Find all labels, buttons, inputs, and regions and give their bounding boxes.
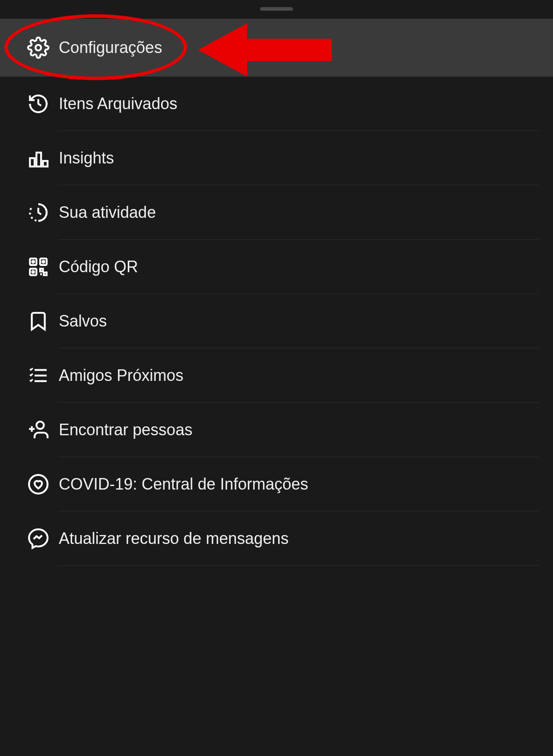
bar-chart-icon <box>19 139 58 178</box>
drag-handle[interactable] <box>260 7 293 11</box>
menu-item-qrcode[interactable]: Código QR <box>0 240 553 294</box>
svg-point-7 <box>32 261 34 262</box>
menu-item-messenger[interactable]: Atualizar recurso de mensagens <box>0 511 553 566</box>
menu-label-settings: Configurações <box>59 38 162 57</box>
svg-point-8 <box>42 261 44 262</box>
svg-rect-1 <box>30 158 34 167</box>
qr-code-icon <box>19 247 58 286</box>
menu-label-discover: Encontrar pessoas <box>59 421 192 439</box>
menu-item-settings[interactable]: Configurações <box>0 19 553 77</box>
svg-point-0 <box>36 45 41 51</box>
menu-item-close-friends[interactable]: Amigos Próximos <box>0 348 553 403</box>
svg-point-9 <box>32 271 34 273</box>
activity-clock-icon <box>19 193 58 232</box>
svg-point-13 <box>37 421 44 429</box>
heart-circle-icon <box>19 465 58 504</box>
history-icon <box>19 84 58 123</box>
svg-point-16 <box>29 475 48 494</box>
menu-item-discover[interactable]: Encontrar pessoas <box>0 403 553 457</box>
menu-label-archive: Itens Arquivados <box>59 94 177 113</box>
menu-item-activity[interactable]: Sua atividade <box>0 185 553 240</box>
menu-item-saved[interactable]: Salvos <box>0 294 553 348</box>
svg-rect-2 <box>37 153 41 167</box>
close-friends-icon <box>19 356 58 395</box>
discover-people-icon <box>19 410 58 450</box>
gear-icon <box>19 28 58 67</box>
menu-label-saved: Salvos <box>59 312 107 331</box>
menu-item-covid[interactable]: COVID-19: Central de Informações <box>0 457 553 511</box>
svg-rect-3 <box>43 161 47 167</box>
menu-label-covid: COVID-19: Central de Informações <box>59 475 308 494</box>
menu-item-insights[interactable]: Insights <box>0 131 553 185</box>
menu-list: Configurações Itens Arquivados Insights … <box>0 0 553 566</box>
bookmark-icon <box>19 302 58 341</box>
menu-label-insights: Insights <box>59 149 114 168</box>
menu-item-archive[interactable]: Itens Arquivados <box>0 77 553 131</box>
messenger-icon <box>19 519 58 558</box>
menu-label-close-friends: Amigos Próximos <box>59 366 183 385</box>
menu-label-qrcode: Código QR <box>59 257 138 276</box>
menu-label-activity: Sua atividade <box>59 203 156 222</box>
menu-label-messenger: Atualizar recurso de mensagens <box>59 529 289 548</box>
